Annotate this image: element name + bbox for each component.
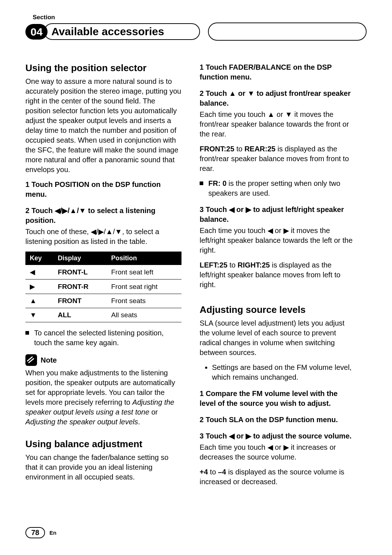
- table-row: ▲ FRONT Front seats: [25, 294, 181, 308]
- step-sla-1: 1 Compare the FM volume level with the l…: [200, 389, 356, 408]
- page-footer: 78 En: [25, 527, 56, 538]
- fr0-text: FR: 0 is the proper setting when only tw…: [208, 179, 356, 198]
- position-table: Key Display Position ◀ FRONT-L Front sea…: [25, 252, 181, 322]
- sla-range: +4 to –4 is displayed as the source volu…: [200, 467, 356, 487]
- cell-key: ◀: [25, 265, 53, 279]
- heading-position-selector: Using the position selector: [25, 62, 181, 74]
- page-header: 04 Available accessories: [25, 23, 367, 41]
- para-sla: SLA (source level adjustment) lets you a…: [200, 318, 356, 358]
- cell-display: FRONT-R: [53, 279, 107, 294]
- square-bullet-icon: [25, 331, 29, 335]
- step-sla-2: 2 Touch SLA on the DSP function menu.: [200, 415, 356, 425]
- chapter-title: Available accessories: [44, 23, 200, 40]
- table-row: ◀ FRONT-L Front seat left: [25, 265, 181, 279]
- cell-display: FRONT: [53, 294, 107, 308]
- step-bal-1: 1 Touch FADER/BALANCE on the DSP functio…: [200, 62, 356, 82]
- pencil-icon: [25, 354, 37, 366]
- cell-display: ALL: [53, 308, 107, 322]
- bal-range-lr: LEFT:25 to RIGHT:25 is displayed as the …: [200, 260, 356, 290]
- right-column: 1 Touch FADER/BALANCE on the DSP functio…: [200, 62, 356, 492]
- cell-key: ▲: [25, 294, 53, 308]
- section-label: Section: [33, 14, 367, 21]
- cell-position: Front seat left: [107, 265, 181, 279]
- para-balance: You can change the fader/balance setting…: [25, 453, 181, 482]
- table-row: ▼ ALL All seats: [25, 308, 181, 322]
- step-bal-2-body: Each time you touch ▲ or ▼ it moves the …: [200, 110, 356, 139]
- heading-sla: Adjusting source levels: [200, 304, 356, 315]
- list-item: Settings are based on the FM volume leve…: [212, 363, 356, 382]
- note-header: Note: [25, 354, 181, 366]
- th-display: Display: [53, 252, 107, 265]
- cell-position: Front seats: [107, 294, 181, 308]
- note-body: When you make adjustments to the listeni…: [25, 368, 181, 427]
- step-sla-3-body: Each time you touch ◀ or ▶ it increases …: [200, 442, 356, 462]
- step-sla-3: 3 Touch ◀ or ▶ to adjust the source volu…: [200, 431, 356, 441]
- step-bal-3: 3 Touch ◀ or ▶ to adjust left/right spea…: [200, 205, 356, 224]
- header-void-pill: [208, 23, 367, 41]
- cell-display: FRONT-L: [53, 265, 107, 279]
- step-pos-2: 2 Touch ◀/▶/▲/▼ to select a listening po…: [25, 206, 181, 225]
- sla-bullets: Settings are based on the FM volume leve…: [200, 363, 356, 382]
- language-code: En: [49, 530, 56, 536]
- table-row: ▶ FRONT-R Front seat right: [25, 279, 181, 294]
- th-key: Key: [25, 252, 53, 265]
- para-position-intro: One way to assure a more natural sound i…: [25, 77, 181, 175]
- note-label: Note: [41, 356, 57, 364]
- page-number: 78: [25, 527, 45, 538]
- left-column: Using the position selector One way to a…: [25, 62, 181, 492]
- step-bal-2: 2 Touch ▲ or ▼ to adjust front/rear spea…: [200, 89, 356, 108]
- cell-key: ▼: [25, 308, 53, 322]
- bal-range-fr: FRONT:25 to REAR:25 is displayed as the …: [200, 144, 356, 174]
- heading-balance: Using balance adjustment: [25, 438, 181, 450]
- square-bullet-icon: [200, 181, 203, 185]
- cell-position: All seats: [107, 308, 181, 322]
- cancel-note: To cancel the selected listening positio…: [25, 328, 181, 348]
- th-position: Position: [107, 252, 181, 265]
- step-pos-1: 1 Touch POSITION on the DSP function men…: [25, 180, 181, 199]
- cancel-text: To cancel the selected listening positio…: [34, 328, 181, 348]
- cell-key: ▶: [25, 279, 53, 294]
- cell-position: Front seat right: [107, 279, 181, 294]
- step-pos-2-body: Touch one of these, ◀/▶/▲/▼, to select a…: [25, 227, 181, 246]
- step-bal-3-body: Each time you touch ◀ or ▶ it moves the …: [200, 226, 356, 255]
- fr0-note: FR: 0 is the proper setting when only tw…: [200, 179, 356, 198]
